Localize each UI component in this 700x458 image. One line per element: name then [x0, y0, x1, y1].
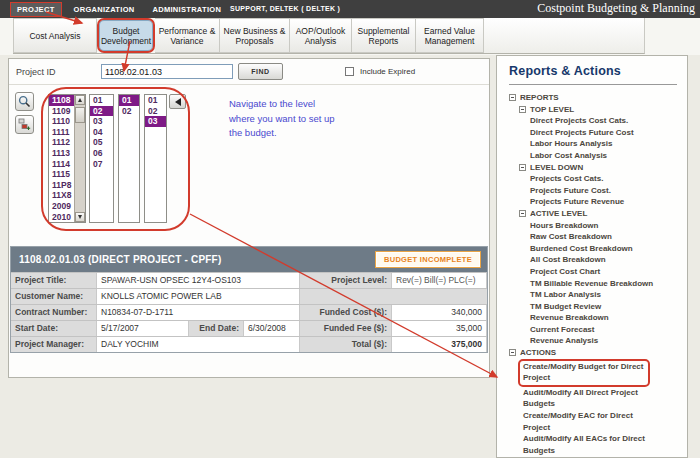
- list-item[interactable]: 1111: [49, 127, 74, 138]
- scroll-down-button[interactable]: [75, 212, 85, 222]
- list-item[interactable]: 1114: [49, 159, 74, 170]
- field-value: 6/30/2008: [244, 321, 300, 336]
- list-item[interactable]: 02: [90, 106, 113, 117]
- include-expired-label: Include Expired: [360, 67, 415, 76]
- tab-supplemental-reports[interactable]: Supplemental Reports: [352, 18, 416, 53]
- report-link[interactable]: Burdened Cost Breakdown: [509, 243, 679, 255]
- scroll-up-button[interactable]: [75, 95, 85, 105]
- field-label: Project Title:: [11, 273, 97, 288]
- report-link[interactable]: Current Forecast: [509, 324, 679, 336]
- field-label: Funded Cost ($):: [300, 305, 392, 320]
- detail-row-contract: Contract Number: N10834-07-D-1711 Funded…: [11, 304, 487, 320]
- tree-expand-button[interactable]: [15, 115, 34, 134]
- list-item[interactable]: 05: [90, 137, 113, 148]
- tree-node-top-level[interactable]: TOP LEVEL: [509, 104, 679, 116]
- field-value: 375,000: [392, 337, 487, 352]
- empty-cell: [300, 289, 487, 304]
- list-item[interactable]: 02: [119, 106, 139, 117]
- tab-performance-variance[interactable]: Performance & Variance: [155, 18, 220, 53]
- down-arrow-icon: [78, 215, 82, 219]
- action-link-create-modify-budget[interactable]: Create/Modify Budget for Direct Project: [509, 359, 679, 387]
- report-link[interactable]: TM Billable Revenue Breakdown: [509, 278, 679, 290]
- action-link-audit-modify-eacs[interactable]: Audit/Modify All EACs for Direct Budgets: [509, 433, 679, 456]
- list-item[interactable]: 1112: [49, 137, 74, 148]
- field-label: End Date:: [189, 321, 244, 336]
- scrollbar-thumb[interactable]: [75, 107, 85, 123]
- find-button[interactable]: FIND: [238, 63, 283, 80]
- tab-cost-analysis[interactable]: Cost Analysis: [13, 18, 97, 53]
- field-label: Start Date:: [11, 321, 97, 336]
- report-link[interactable]: TM Labor Analysis: [509, 289, 679, 301]
- list-item[interactable]: 01: [119, 95, 139, 106]
- list-item[interactable]: 1109: [49, 106, 74, 117]
- tab-earned-value-management[interactable]: Earned Value Management: [416, 18, 484, 53]
- action-link-audit-modify-budgets[interactable]: Audit/Modify All Direct Project Budgets: [509, 387, 679, 410]
- list-item[interactable]: 07: [90, 159, 113, 170]
- list-item[interactable]: 01: [145, 95, 166, 106]
- menu-administration[interactable]: ADMINISTRATION: [147, 3, 228, 16]
- tab-new-business-proposals[interactable]: New Business & Proposals: [220, 18, 290, 53]
- field-label: Funded Fee ($):: [300, 321, 392, 336]
- include-expired-checkbox[interactable]: [345, 67, 354, 76]
- project-search-row: Project ID FIND Include Expired: [9, 59, 489, 85]
- report-link[interactable]: Revenue Analysis: [509, 335, 679, 347]
- report-link[interactable]: Project Cost Chart: [509, 266, 679, 278]
- list-item[interactable]: 06: [90, 148, 113, 159]
- collapse-icon[interactable]: [519, 164, 526, 171]
- report-link[interactable]: TM Budget Review: [509, 301, 679, 313]
- collapse-icon[interactable]: [519, 106, 526, 113]
- report-link[interactable]: Direct Projects Future Cost: [509, 127, 679, 139]
- navigate-back-button[interactable]: [169, 94, 186, 109]
- tab-aop-outlook-analysis[interactable]: AOP/Outlook Analysis: [290, 18, 352, 53]
- list-item[interactable]: 03: [90, 116, 113, 127]
- list-item[interactable]: 02: [145, 106, 166, 117]
- report-link[interactable]: Projects Future Cost.: [509, 185, 679, 197]
- report-link[interactable]: Labor Hours Analysis: [509, 138, 679, 150]
- tree-node-actions[interactable]: ACTIONS: [509, 347, 679, 359]
- list-item[interactable]: 11X8: [49, 190, 74, 201]
- list-item[interactable]: 03: [145, 116, 166, 127]
- report-link[interactable]: Hours Breakdown: [509, 220, 679, 232]
- budget-status-badge[interactable]: BUDGET INCOMPLETE: [375, 251, 481, 268]
- zoom-search-button[interactable]: [15, 92, 34, 111]
- navigator-listbox-level1: 1108 1109 1110 1111 1112 1113 1114 1115 …: [48, 94, 86, 223]
- list-item[interactable]: 1115: [49, 169, 74, 180]
- list-item[interactable]: 11P8: [49, 180, 74, 191]
- tab-strip: Cost Analysis Budget Development Perform…: [13, 18, 484, 54]
- tab-strip-spacer: ?: [484, 18, 645, 54]
- list-item[interactable]: 1110: [49, 116, 74, 127]
- field-value: SPAWAR-USN OPSEC 12Y4-OS103: [97, 273, 300, 288]
- field-label: Total ($):: [300, 337, 392, 352]
- list-item[interactable]: 2010: [49, 212, 74, 223]
- tab-budget-development[interactable]: Budget Development: [97, 18, 155, 53]
- report-link[interactable]: Revenue Breakdown: [509, 312, 679, 324]
- detail-row-customer: Customer Name: KNOLLS ATOMIC POWER LAB: [11, 288, 487, 304]
- report-link[interactable]: All Cost Breakdown: [509, 254, 679, 266]
- project-detail-card: 1108.02.01.03 (DIRECT PROJECT - CPFF) BU…: [10, 246, 488, 353]
- project-id-input[interactable]: [101, 64, 233, 79]
- report-link[interactable]: Raw Cost Breakdown: [509, 231, 679, 243]
- list-item[interactable]: 01: [90, 95, 113, 106]
- top-menu-bar: PROJECT ORGANIZATION ADMINISTRATION SUPP…: [0, 0, 700, 18]
- report-link[interactable]: Projects Cost Cats.: [509, 173, 679, 185]
- list-item[interactable]: 1113: [49, 148, 74, 159]
- logged-in-user: SUPPORT, DELTEK ( DELTEK ): [230, 5, 340, 12]
- sidebar-title: Reports & Actions: [509, 64, 679, 78]
- tree-node-active-level[interactable]: ACTIVE LEVEL: [509, 208, 679, 220]
- report-link[interactable]: Direct Projects Cost Cats.: [509, 115, 679, 127]
- report-link[interactable]: Labor Cost Analysis: [509, 150, 679, 162]
- report-link[interactable]: Projects Future Revenue: [509, 196, 679, 208]
- list-item[interactable]: 1108: [49, 95, 74, 106]
- tree-node-reports[interactable]: REPORTS: [509, 92, 679, 104]
- menu-project[interactable]: PROJECT: [10, 2, 62, 17]
- list-item[interactable]: 04: [90, 127, 113, 138]
- collapse-icon[interactable]: [509, 349, 516, 356]
- menu-organization[interactable]: ORGANIZATION: [68, 3, 141, 16]
- collapse-icon[interactable]: [509, 94, 516, 101]
- list-item[interactable]: 2009: [49, 201, 74, 212]
- action-link-create-modify-eac[interactable]: Create/Modify EAC for Direct Project: [509, 410, 679, 433]
- listbox1-scrollbar[interactable]: [74, 95, 85, 222]
- field-label: Project Manager:: [11, 337, 97, 352]
- tree-node-level-down[interactable]: LEVEL DOWN: [509, 162, 679, 174]
- collapse-icon[interactable]: [519, 210, 526, 217]
